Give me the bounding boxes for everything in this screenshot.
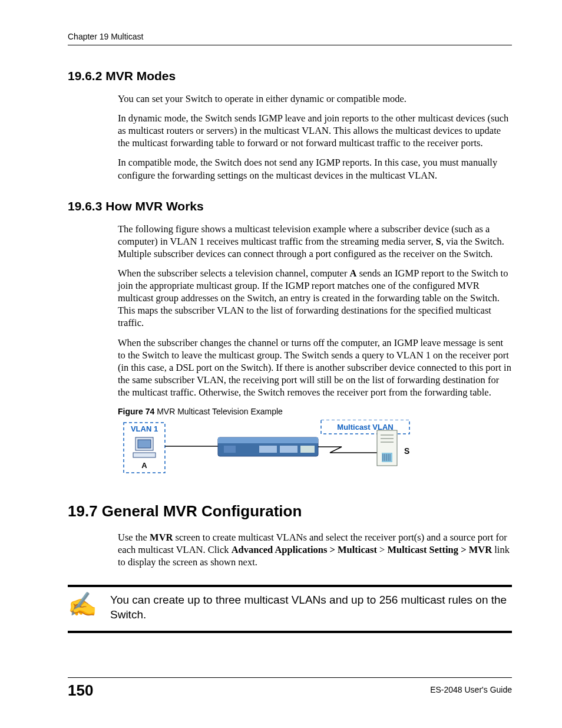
heading-mvr-modes: 19.6.2 MVR Modes [68,69,512,83]
body-text: You can set your Switch to operate in ei… [118,93,512,105]
svg-rect-3 [133,453,156,457]
body-text: When the subscriber selects a television… [118,267,512,330]
svg-rect-9 [300,446,315,453]
page-number: 150 [68,681,93,700]
body-text: The following figure shows a multicast t… [118,223,512,260]
body-text: In dynamic mode, the Switch sends IGMP l… [118,112,512,149]
body-text: When the subscriber changes the channel … [118,337,512,399]
note-icon: ✍ [68,593,97,617]
heading-how-mvr-works: 19.6.3 How MVR Works [68,199,512,213]
figure-label-vlan1: VLAN 1 [131,424,158,433]
guide-name: ES-2048 User's Guide [430,681,512,694]
svg-rect-6 [218,437,318,443]
note-text: You can create up to three multicast VLA… [110,593,512,622]
chapter-label: Chapter 19 Multicast [68,32,143,41]
figure-label-a: A [141,461,147,470]
svg-rect-2 [138,440,151,448]
svg-rect-8 [280,446,297,453]
heading-general-mvr-config: 19.7 General MVR Configuration [68,502,512,521]
note-block: ✍ You can create up to three multicast V… [68,585,512,633]
body-text: Use the MVR screen to create multicast V… [118,531,512,568]
svg-rect-7 [259,446,277,453]
svg-rect-16 [382,453,392,462]
figure-mvr-diagram: VLAN 1 A Multicast VLAN [118,420,424,479]
svg-rect-10 [224,446,236,453]
figure-label-s: S [404,446,409,456]
page-footer: 150 ES-2048 User's Guide [68,677,512,700]
figure-caption: Figure 74 MVR Multicast Television Examp… [118,407,512,416]
page-header: Chapter 19 Multicast [68,32,512,45]
body-text: In compatible mode, the Switch does not … [118,156,512,181]
